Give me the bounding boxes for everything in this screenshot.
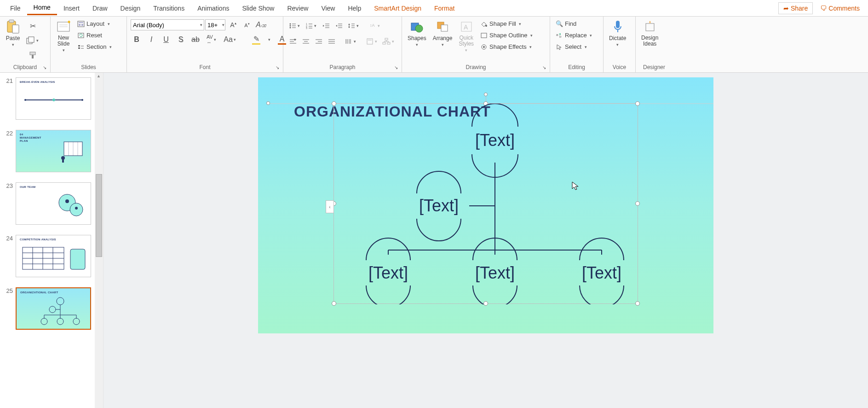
scroll-up-icon[interactable]: ▲ [97,74,101,78]
thumbnail-row[interactable]: 24 COMPETITION ANALYSIS [0,233,103,286]
svg-rect-75 [481,33,487,38]
tab-transitions[interactable]: Transitions [147,2,191,15]
tab-file[interactable]: File [4,2,27,15]
dialog-launcher-icon[interactable]: ↘ [43,65,48,70]
slide-thumbnail[interactable]: OUR TEAM [16,182,91,225]
paste-button[interactable]: Paste ▾ [4,18,22,48]
font-name-input[interactable] [131,19,204,30]
smartart-container[interactable]: ‹ [333,103,638,304]
find-button[interactable]: 🔍 Find [554,19,578,28]
slide-thumbnail[interactable]: ORGANIZATIONAL CHART [16,287,91,330]
text-pane-toggle[interactable]: ‹ [326,200,334,213]
rotation-handle[interactable] [484,93,488,96]
bullets-button[interactable]: ▾ [287,20,303,31]
convert-smartart-button[interactable]: ▾ [381,36,397,47]
org-node-assistant[interactable]: [Text] [407,195,471,217]
format-painter-button[interactable] [27,50,39,61]
line-spacing-button[interactable]: ▾ [346,20,362,31]
shape-fill-button[interactable]: Shape Fill▾ [478,19,524,28]
design-ideas-button[interactable]: Design Ideas [639,18,660,48]
slide-thumbnail[interactable]: 04 MANAGEMENT PLAN [16,130,91,172]
shapes-button[interactable]: Shapes ▾ [406,18,428,48]
align-center-button[interactable] [300,36,312,47]
tab-review[interactable]: Review [281,2,315,15]
section-button[interactable]: Section▾ [75,42,115,51]
org-node-child-3[interactable]: [Text] [569,262,634,284]
tab-home[interactable]: Home [27,1,57,15]
dialog-launcher-icon[interactable]: ↘ [542,65,548,70]
find-label: Find [565,20,576,27]
org-node-text: [Text] [419,196,459,216]
decrease-font-button[interactable]: A▾ [241,19,253,30]
shape-outline-button[interactable]: Shape Outline▾ [478,31,535,40]
tab-smartart-design[interactable]: SmartArt Design [368,2,428,15]
text-direction-button[interactable]: ↕A▾ [367,20,383,31]
columns-button[interactable]: ▾ [343,36,359,47]
increase-indent-button[interactable] [333,20,345,31]
arrange-icon [435,19,450,34]
arrange-button[interactable]: Arrange ▾ [431,18,454,48]
reset-button[interactable]: Reset [75,31,104,40]
select-button[interactable]: Select▾ [554,42,590,51]
tab-design[interactable]: Design [114,2,147,15]
chevron-left-icon: ‹ [329,204,330,210]
thumbnail-row[interactable]: 22 04 MANAGEMENT PLAN [0,128,103,181]
org-node-child-2[interactable]: [Text] [463,262,527,284]
slide-editor[interactable]: ORGANIZATIONAL CHART ‹ [103,73,868,408]
share-button[interactable]: ➦ Share [778,2,813,14]
tab-help[interactable]: Help [341,2,368,15]
tab-view[interactable]: View [315,2,341,15]
numbering-button[interactable]: 123▾ [304,20,319,31]
change-case-button[interactable]: Aa▾ [223,34,238,45]
shape-effects-button[interactable]: Shape Effects▾ [478,42,535,51]
decrease-indent-button[interactable] [320,20,332,31]
scrollbar-thumb[interactable] [96,174,102,257]
tab-insert[interactable]: Insert [57,2,86,15]
dialog-launcher-icon[interactable]: ↘ [276,65,281,70]
group-label: Drawing [406,63,546,71]
comments-button[interactable]: 🗨 Comments [816,3,864,14]
italic-button[interactable]: I [145,34,157,45]
clear-formatting-button[interactable]: A⌫ [255,19,267,30]
justify-button[interactable] [326,36,338,47]
highlight-color-button[interactable]: ✎ [248,34,264,45]
thumbnail-row[interactable]: 25 ORGANIZATIONAL CHART [0,286,103,338]
bold-button[interactable]: B [131,34,143,45]
org-node-child-1[interactable]: [Text] [356,262,420,284]
chevron-down-icon[interactable]: ▾ [199,23,203,27]
increase-font-button[interactable]: A▴ [227,19,239,30]
character-spacing-button[interactable]: AV↔▾ [204,34,220,45]
paste-label: Paste [6,35,20,41]
selection-handle[interactable] [266,101,270,105]
slide-thumbnail[interactable]: COMPETITION ANALYSIS [16,235,91,277]
strikethrough-button[interactable]: ab [190,34,201,45]
shadow-button[interactable]: S [175,34,187,45]
align-right-button[interactable] [313,36,325,47]
replace-button[interactable]: ab Replace▾ [554,31,595,40]
layout-button[interactable]: Layout▾ [75,19,113,28]
copy-button[interactable]: ▾ [25,35,40,46]
tab-format[interactable]: Format [428,2,461,15]
quick-styles-button[interactable]: A Quick Styles ▾ [457,18,476,53]
slide-thumbnail[interactable]: BREAK-EVEN ANALYSIS [16,77,91,120]
chevron-down-icon[interactable]: ▾ [267,37,271,42]
org-node-top[interactable]: [Text] [463,129,527,152]
underline-button[interactable]: U [160,34,172,45]
chevron-down-icon[interactable]: ▾ [221,23,225,27]
new-slide-button[interactable]: ✦ New Slide ▾ [54,18,73,53]
tab-slideshow[interactable]: Slide Show [236,2,281,15]
tab-draw[interactable]: Draw [86,2,114,15]
align-left-button[interactable] [287,36,299,47]
dialog-launcher-icon[interactable]: ↘ [394,65,400,70]
svg-point-24 [290,27,291,29]
chevron-down-icon: ▾ [11,42,15,47]
tab-animations[interactable]: Animations [191,2,236,15]
slide-canvas[interactable]: ORGANIZATIONAL CHART ‹ [258,77,713,333]
thumbnail-row[interactable]: 21 BREAK-EVEN ANALYSIS [0,76,103,128]
align-text-button[interactable]: ▾ [364,36,380,47]
scrollbar-track[interactable]: ▲ [95,73,103,408]
chevron-down-icon: ▾ [106,22,111,26]
dictate-button[interactable]: Dictate ▾ [607,18,628,48]
thumbnail-row[interactable]: 23 OUR TEAM [0,181,103,233]
cut-button[interactable]: ✂ [27,20,39,31]
